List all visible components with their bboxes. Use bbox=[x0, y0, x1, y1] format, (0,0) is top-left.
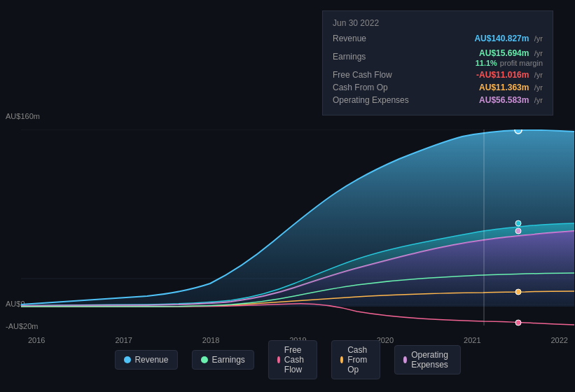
tooltip-label-cfo: Cash From Op bbox=[333, 83, 417, 92]
profit-margin-label: profit margin bbox=[500, 59, 543, 67]
tooltip-value-fcf: -AU$11.016m /yr bbox=[476, 70, 543, 80]
legend-dot-opex bbox=[403, 356, 407, 363]
legend-label-cfo: Cash From Op bbox=[347, 345, 371, 374]
tooltip-row-opex: Operating Expenses AU$56.583m /yr bbox=[333, 95, 543, 105]
chart-legend: Revenue Earnings Free Cash Flow Cash Fro… bbox=[114, 340, 460, 379]
legend-item-cfo[interactable]: Cash From Op bbox=[331, 340, 380, 379]
tooltip-row-fcf: Free Cash Flow -AU$11.016m /yr bbox=[333, 70, 543, 80]
tooltip-label-fcf: Free Cash Flow bbox=[333, 70, 417, 80]
tooltip-value-cfo: AU$11.363m /yr bbox=[479, 83, 543, 92]
svg-point-6 bbox=[515, 289, 521, 295]
tooltip-value-earnings: AU$15.694m /yr bbox=[479, 48, 543, 58]
x-label-2016: 2016 bbox=[28, 336, 45, 344]
legend-item-fcf[interactable]: Free Cash Flow bbox=[268, 340, 317, 379]
x-label-2022: 2022 bbox=[550, 336, 567, 344]
tooltip-row-revenue: Revenue AU$140.827m /yr bbox=[333, 34, 543, 43]
svg-point-3 bbox=[515, 130, 522, 134]
svg-point-5 bbox=[515, 228, 521, 234]
profit-margin-value: 11.1% bbox=[476, 59, 497, 67]
tooltip-panel: Jun 30 2022 Revenue AU$140.827m /yr Earn… bbox=[322, 10, 553, 115]
legend-dot-revenue bbox=[123, 356, 130, 363]
y-label-160m: AU$160m bbox=[6, 112, 40, 120]
tooltip-row-earnings: Earnings AU$15.694m /yr 11.1% profit mar… bbox=[333, 46, 543, 67]
chart-area bbox=[21, 130, 574, 329]
x-label-2021: 2021 bbox=[464, 336, 480, 344]
legend-label-opex: Operating Expenses bbox=[411, 350, 451, 370]
legend-label-earnings: Earnings bbox=[212, 355, 244, 365]
tooltip-title: Jun 30 2022 bbox=[333, 18, 543, 28]
tooltip-value-revenue: AU$140.827m /yr bbox=[474, 34, 543, 43]
legend-item-earnings[interactable]: Earnings bbox=[191, 350, 254, 370]
tooltip-row-cfo: Cash From Op AU$11.363m /yr bbox=[333, 83, 543, 92]
svg-point-4 bbox=[515, 220, 521, 226]
tooltip-value-opex: AU$56.583m /yr bbox=[479, 95, 543, 105]
tooltip-label-revenue: Revenue bbox=[333, 34, 417, 43]
legend-item-revenue[interactable]: Revenue bbox=[114, 350, 177, 370]
legend-item-opex[interactable]: Operating Expenses bbox=[394, 345, 461, 374]
legend-label-fcf: Free Cash Flow bbox=[284, 345, 308, 374]
legend-dot-earnings bbox=[200, 356, 207, 363]
legend-dot-fcf bbox=[277, 356, 280, 363]
legend-label-revenue: Revenue bbox=[134, 355, 168, 365]
tooltip-label-earnings: Earnings bbox=[333, 52, 417, 62]
highlight-line bbox=[483, 130, 485, 326]
svg-point-7 bbox=[515, 320, 521, 326]
tooltip-label-opex: Operating Expenses bbox=[333, 95, 417, 105]
legend-dot-cfo bbox=[340, 356, 343, 363]
